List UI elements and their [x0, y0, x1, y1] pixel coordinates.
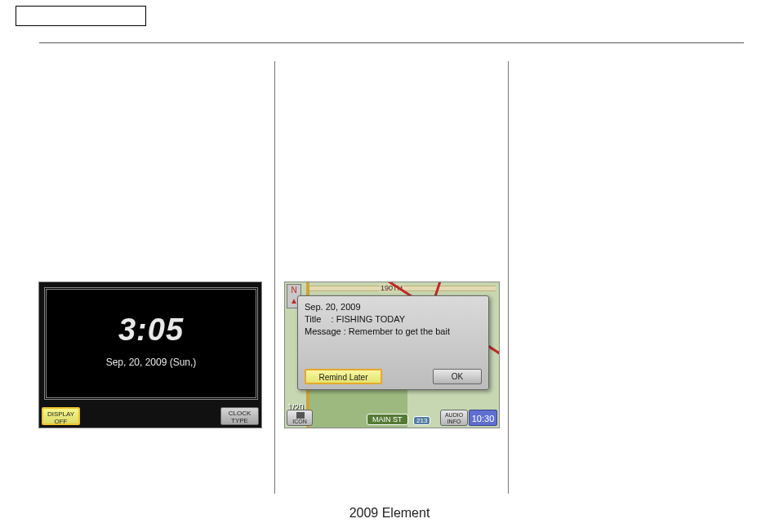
column-divider-2 [508, 61, 509, 494]
popup-button-row: Remind Later OK [305, 369, 482, 384]
clock-type-button[interactable]: CLOCK TYPE [220, 407, 259, 425]
remind-later-button[interactable]: Remind Later [305, 369, 382, 384]
popup-title-value: FISHING TODAY [336, 314, 405, 324]
audio-info-line1: AUDIO [445, 412, 463, 418]
display-off-line1: DISPLAY [47, 410, 74, 418]
popup-message-row: Message : Remember to get the bait [305, 326, 482, 338]
clock-screen: 3:05 Sep, 20, 2009 (Sun,) DISPLAY OFF CL… [38, 282, 262, 428]
clock-type-line2: TYPE [231, 417, 248, 424]
column-divider-1 [274, 61, 275, 494]
audio-info-line2: INFO [447, 419, 461, 424]
page-footer-label: 2009 Element [0, 506, 779, 521]
display-off-line2: OFF [55, 418, 68, 425]
audio-info-button[interactable]: AUDIO INFO [440, 410, 468, 426]
icon-menu-button[interactable]: ICON [287, 410, 313, 426]
calendar-reminder-popup: Sep. 20, 2009 Title : FISHING TODAY Mess… [297, 295, 489, 390]
popup-date-row: Sep. 20, 2009 [305, 301, 482, 313]
clock-type-line1: CLOCK [229, 410, 252, 417]
map-reminder-screen: 190TH N ▲ 1/20 ICON MAIN ST 213 AUDIO IN… [284, 282, 500, 428]
ok-button[interactable]: OK [433, 369, 482, 384]
popup-message-label: Message [305, 326, 341, 336]
clock-inner-frame: 3:05 Sep, 20, 2009 (Sun,) [44, 287, 258, 400]
display-off-button[interactable]: DISPLAY OFF [42, 407, 80, 425]
clock-time: 3:05 [47, 313, 256, 348]
clock-date: Sep, 20, 2009 (Sun,) [47, 357, 256, 368]
popup-title-row: Title : FISHING TODAY [305, 313, 482, 326]
street-name-chip: MAIN ST [367, 414, 408, 425]
route-shield: 213 [413, 416, 430, 425]
header-rule [39, 42, 744, 43]
map-bottom-bar: ICON MAIN ST 213 AUDIO INFO 10:30 [285, 408, 499, 428]
clock-chip[interactable]: 10:30 [469, 410, 497, 426]
popup-title-label: Title [305, 314, 321, 324]
popup-message-value: Remember to get the bait [349, 326, 450, 336]
compass-letter: N [291, 286, 296, 295]
header-placeholder-box [16, 6, 146, 26]
icon-btn-label: ICON [292, 419, 307, 424]
